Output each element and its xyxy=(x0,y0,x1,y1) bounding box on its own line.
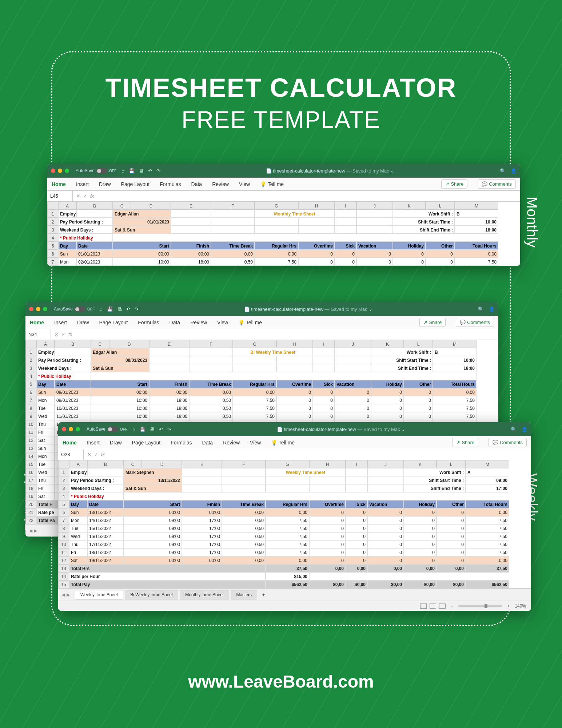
tab-next-icon[interactable]: ▶ xyxy=(67,592,70,597)
comments-button[interactable]: 💬 Comments xyxy=(478,179,516,189)
tab-view[interactable]: View xyxy=(217,320,228,325)
col-header[interactable]: M xyxy=(455,202,498,210)
redo-icon[interactable]: ↷ xyxy=(135,306,139,312)
col-header[interactable]: M xyxy=(433,340,477,348)
tellme[interactable]: 💡 Tell me xyxy=(260,181,284,187)
col-header[interactable]: E xyxy=(149,340,189,348)
tab-data[interactable]: Data xyxy=(202,440,213,446)
window-controls[interactable] xyxy=(51,169,69,173)
col-header[interactable]: G xyxy=(233,340,276,348)
home-icon[interactable]: ⌂ xyxy=(132,427,135,432)
save-icon[interactable]: 💾 xyxy=(107,306,113,312)
name-box[interactable]: N34 xyxy=(25,329,51,340)
col-header[interactable]: G xyxy=(266,460,309,468)
tab-formulas[interactable]: Formulas xyxy=(171,440,192,446)
zoom-slider[interactable] xyxy=(458,605,502,607)
tab-draw[interactable]: Draw xyxy=(77,320,89,325)
cancel-icon[interactable]: ✕ xyxy=(76,193,80,199)
comments-button[interactable]: 💬 Comments xyxy=(456,318,494,327)
col-header[interactable]: B xyxy=(55,340,91,348)
user-icon[interactable]: 👤 xyxy=(511,168,517,174)
autosave-toggle[interactable]: AutoSaveOFF xyxy=(76,168,116,174)
col-header[interactable]: A xyxy=(69,460,87,468)
col-header[interactable]: K xyxy=(371,340,404,348)
col-header[interactable]: H xyxy=(309,460,346,468)
tab-pagelayout[interactable]: Page Layout xyxy=(99,320,128,325)
tab-data[interactable]: Data xyxy=(170,320,180,325)
fx-icon[interactable]: fx xyxy=(68,332,72,337)
col-header[interactable]: M xyxy=(466,460,509,468)
col-header[interactable]: A xyxy=(36,340,55,348)
tab-data[interactable]: Data xyxy=(191,181,202,187)
tab-view[interactable]: View xyxy=(239,181,250,187)
col-header[interactable]: H xyxy=(298,202,335,210)
col-header[interactable]: H xyxy=(276,340,313,348)
redo-icon[interactable]: ↷ xyxy=(156,168,160,174)
zoom-out-icon[interactable]: − xyxy=(451,604,453,609)
col-header[interactable]: D xyxy=(131,202,171,210)
col-header[interactable]: F xyxy=(211,202,255,210)
tab-home[interactable]: Home xyxy=(30,320,44,325)
col-header[interactable]: J xyxy=(367,460,404,468)
print-icon[interactable]: 🖶 xyxy=(117,306,122,312)
col-header[interactable]: F xyxy=(189,340,233,348)
undo-icon[interactable]: ↶ xyxy=(126,306,130,312)
tab-insert[interactable]: Insert xyxy=(87,440,100,446)
col-header[interactable]: L xyxy=(404,340,433,348)
confirm-icon[interactable]: ✓ xyxy=(61,332,65,337)
col-header[interactable]: B xyxy=(76,202,113,210)
cancel-icon[interactable]: ✕ xyxy=(87,452,91,457)
tab-view[interactable]: View xyxy=(250,440,261,446)
col-header[interactable]: D xyxy=(109,340,149,348)
view-mode-icons[interactable] xyxy=(420,604,446,609)
window-controls[interactable] xyxy=(62,427,80,431)
zoom-in-icon[interactable]: + xyxy=(507,604,510,609)
tab-pagelayout[interactable]: Page Layout xyxy=(121,181,150,187)
tab-prev-icon[interactable]: ◀ xyxy=(62,592,65,597)
col-header[interactable]: E xyxy=(182,460,222,468)
col-header[interactable]: L xyxy=(437,460,466,468)
confirm-icon[interactable]: ✓ xyxy=(83,193,87,199)
tab-draw[interactable]: Draw xyxy=(110,440,122,446)
tab-review[interactable]: Review xyxy=(223,440,240,446)
fx-icon[interactable]: fx xyxy=(101,452,105,457)
save-icon[interactable]: 💾 xyxy=(140,427,146,432)
user-icon[interactable]: 👤 xyxy=(489,306,495,312)
home-icon[interactable]: ⌂ xyxy=(121,168,124,174)
fx-icon[interactable]: fx xyxy=(90,193,94,199)
tab-next-icon[interactable]: ▶ xyxy=(34,528,37,533)
sheet-tab-monthly[interactable]: Monthly Time Sheet xyxy=(180,590,229,600)
print-icon[interactable]: 🖶 xyxy=(150,427,155,432)
tellme[interactable]: 💡 Tell me xyxy=(238,320,262,325)
col-header[interactable]: C xyxy=(124,460,142,468)
comments-button[interactable]: 💬 Comments xyxy=(489,438,527,447)
col-header[interactable]: I xyxy=(313,340,335,348)
col-header[interactable]: L xyxy=(426,202,455,210)
sheet-tab-masters[interactable]: Masters xyxy=(231,590,257,600)
autosave-toggle[interactable]: AutoSaveOFF xyxy=(87,427,127,432)
col-header[interactable]: J xyxy=(356,202,393,210)
user-icon[interactable]: 👤 xyxy=(522,427,527,432)
sheet-tab-biweekly[interactable]: Bi Weekly Time Sheet xyxy=(125,590,178,600)
col-header[interactable]: B xyxy=(87,460,124,468)
tab-review[interactable]: Review xyxy=(212,181,229,187)
sheet-monthly[interactable]: ABCDEFGHIJKLM 1Employee :Edgar AllanMont… xyxy=(47,202,520,266)
col-header[interactable]: G xyxy=(255,202,298,210)
tab-insert[interactable]: Insert xyxy=(54,320,67,325)
tab-insert[interactable]: Insert xyxy=(76,181,89,187)
tab-review[interactable]: Review xyxy=(190,320,207,325)
sheet-weekly[interactable]: ABCDEFGHIJKLM 1Employee :Mark StephenWee… xyxy=(58,460,531,588)
search-icon[interactable]: 🔍 xyxy=(500,168,506,174)
search-icon[interactable]: 🔍 xyxy=(478,306,484,312)
tab-formulas[interactable]: Formulas xyxy=(138,320,159,325)
tab-pagelayout[interactable]: Page Layout xyxy=(132,440,161,446)
tab-formulas[interactable]: Formulas xyxy=(160,181,181,187)
share-button[interactable]: ↗ Share xyxy=(419,318,446,327)
window-controls[interactable] xyxy=(29,307,47,311)
tab-prev-icon[interactable]: ◀ xyxy=(29,528,32,533)
name-box[interactable]: O23 xyxy=(58,449,84,460)
confirm-icon[interactable]: ✓ xyxy=(94,452,98,457)
search-icon[interactable]: 🔍 xyxy=(511,427,517,432)
col-header[interactable]: E xyxy=(171,202,211,210)
add-sheet-button[interactable]: + xyxy=(259,590,268,599)
